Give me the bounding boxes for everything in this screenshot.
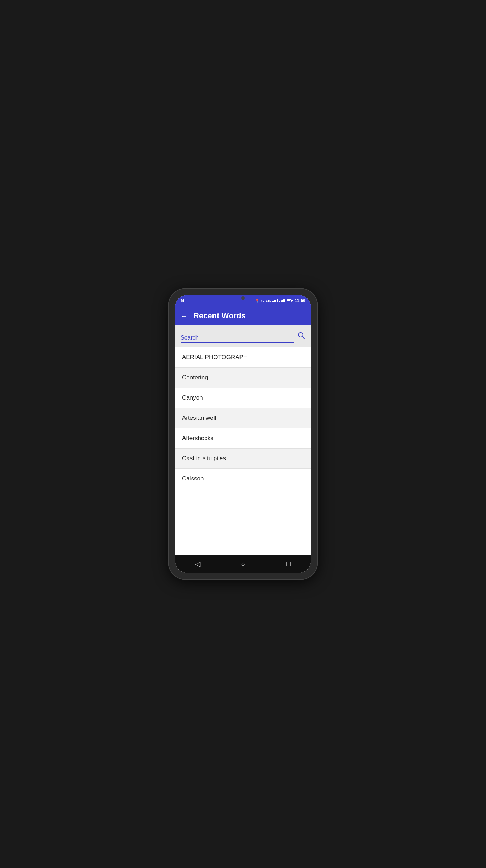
page-title: Recent Words xyxy=(193,311,246,320)
list-item[interactable]: AERIAL PHOTOGRAPH xyxy=(175,347,311,368)
phone-shell: N 📍 4G LTE xyxy=(169,289,317,579)
list-item[interactable]: Artesian well xyxy=(175,408,311,428)
word-list: AERIAL PHOTOGRAPHCenteringCanyonArtesian… xyxy=(175,347,311,555)
location-icon: 📍 xyxy=(255,299,259,303)
list-item[interactable]: Aftershocks xyxy=(175,428,311,449)
status-left: N xyxy=(181,298,184,303)
app-bar: ← Recent Words xyxy=(175,306,311,325)
search-bar xyxy=(175,325,311,347)
signal2-icon xyxy=(279,299,285,302)
search-input[interactable] xyxy=(181,333,294,343)
search-icon[interactable] xyxy=(297,331,305,343)
nav-home-button[interactable]: ○ xyxy=(236,557,250,571)
battery-icon xyxy=(287,299,292,302)
svg-line-1 xyxy=(303,337,305,339)
search-input-wrapper xyxy=(181,333,294,343)
network-lte-icon: LTE xyxy=(266,299,271,302)
list-item[interactable]: Caisson xyxy=(175,469,311,489)
app-logo: N xyxy=(181,298,184,303)
signal-icon xyxy=(272,299,278,302)
list-item[interactable]: Cast in situ piles xyxy=(175,449,311,469)
status-time: 11:56 xyxy=(294,298,305,303)
phone-screen: N 📍 4G LTE xyxy=(175,295,311,573)
nav-recents-button[interactable]: □ xyxy=(281,557,296,571)
nav-back-button[interactable]: ◁ xyxy=(190,557,205,571)
camera xyxy=(241,296,245,300)
status-right: 📍 4G LTE xyxy=(255,298,305,303)
list-item[interactable]: Centering xyxy=(175,368,311,388)
list-item[interactable]: Canyon xyxy=(175,388,311,408)
back-button[interactable]: ← xyxy=(181,312,188,319)
nav-bar: ◁ ○ □ xyxy=(175,555,311,573)
network-4g-icon: 4G xyxy=(261,299,265,302)
